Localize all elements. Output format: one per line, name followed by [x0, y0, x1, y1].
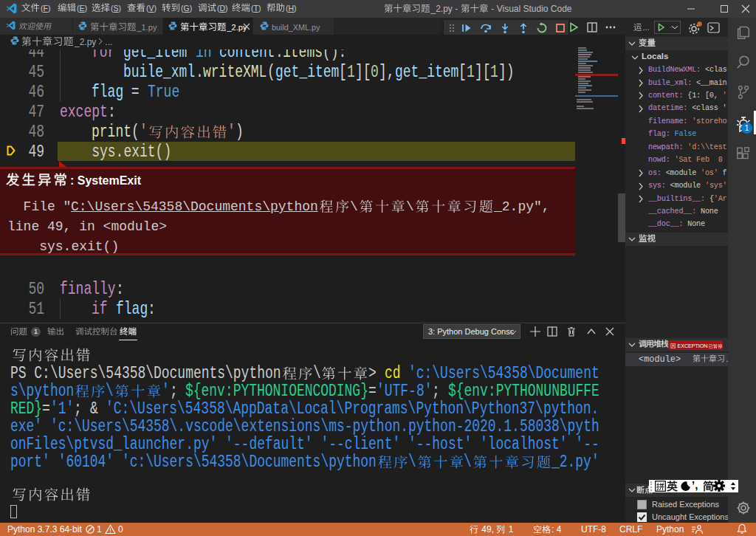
svg-text:EXCEPTION: EXCEPTION	[678, 343, 708, 349]
